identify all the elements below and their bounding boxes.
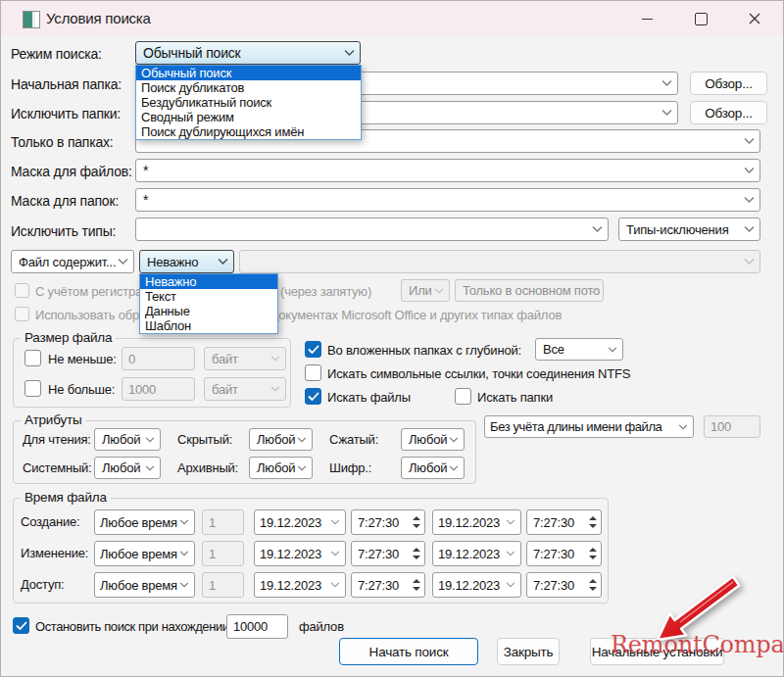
accessed-time-to-spinner[interactable]: 7:27:30 [526,572,602,598]
dropdown-item[interactable]: Поиск дубликатов [136,80,361,95]
not-more-value-field[interactable]: 1000 [122,377,195,401]
close-button[interactable] [732,1,776,36]
subfolders-depth-checkbox[interactable] [305,341,321,358]
not-less-checkbox[interactable] [24,350,41,366]
created-time-from-spinner[interactable]: 7:27:30 [351,509,425,535]
only-folders-label: Только в папках: [11,134,114,150]
maximize-icon [695,13,708,25]
file-contains-combobox[interactable]: Файл содержит... [11,250,134,273]
up-down-spinner-icon[interactable] [587,573,598,597]
exclude-types-label: Исключить типы: [11,223,116,239]
close-dialog-button[interactable]: Закрыть [497,638,560,665]
mode-combobox[interactable]: Обычный поиск [135,41,361,65]
chevron-down-icon [449,465,459,471]
up-down-spinner-icon[interactable] [411,510,421,534]
maximize-button[interactable] [679,1,723,36]
attr-cipher-label: Шифр.: [329,460,371,475]
created-time-to-spinner[interactable]: 7:27:30 [526,509,602,535]
not-less-unit-combobox[interactable]: байт [204,347,286,370]
content-mode-combobox[interactable]: Неважно [139,250,234,273]
created-count-field[interactable]: 1 [202,509,244,535]
created-date-to-combobox[interactable]: 19.12.2023 [432,509,521,535]
chevron-down-icon [330,519,340,525]
dropdown-item[interactable]: Данные [140,304,277,318]
attr-archive-combobox[interactable]: Любой [249,457,313,479]
dropdown-item[interactable]: Бездубликатный поиск [136,95,361,110]
dropdown-item[interactable]: Сводный режим [136,110,361,124]
exclude-types-combobox[interactable] [135,218,609,241]
dropdown-item[interactable]: Текст [140,289,277,304]
chevron-down-icon [330,582,340,588]
stop-count-field[interactable]: 10000 [226,614,288,639]
modified-time-from-spinner[interactable]: 7:27:30 [351,541,425,566]
search-text-combobox[interactable] [239,250,760,273]
dropdown-item[interactable]: Неважно [140,274,277,289]
not-more-unit-combobox[interactable]: байт [204,377,286,401]
up-down-spinner-icon[interactable] [587,542,598,565]
attr-system-combobox[interactable]: Любой [94,457,161,479]
not-more-checkbox[interactable] [24,380,41,397]
search-folders-label: Искать папки [477,390,553,405]
dropdown-item[interactable]: Шаблон [140,318,277,333]
chevron-down-icon [297,437,307,443]
file-mask-combobox[interactable]: * [135,159,760,182]
browse-start-folder-button[interactable]: Обзор... [690,72,767,95]
case-sensitive-checkbox[interactable] [15,283,29,298]
mode-label: Режим поиска: [11,46,102,62]
type-exclusions-combobox[interactable]: Типы-исключения [618,218,760,241]
chevron-down-icon [179,582,189,588]
modified-date-to-combobox[interactable]: 19.12.2023 [432,541,521,566]
created-mode-combobox[interactable]: Любое время [94,509,195,535]
accessed-date-to-combobox[interactable]: 19.12.2023 [432,572,521,598]
modified-mode-combobox[interactable]: Любое время [94,541,195,566]
start-folder-label: Начальная папка: [11,76,122,92]
chevron-down-icon [218,259,228,266]
chevron-down-icon [434,288,444,294]
not-more-label: Не больше: [48,382,115,397]
chevron-down-icon [270,386,280,392]
browse-exclude-folders-button[interactable]: Обзор... [690,101,767,124]
created-date-from-combobox[interactable]: 19.12.2023 [254,509,346,535]
files-word-label: файлов [299,619,344,634]
search-folders-checkbox[interactable] [455,388,471,405]
dropdown-item[interactable]: Поиск дублирующихся имён [136,124,361,139]
office-handlers-checkbox[interactable] [15,307,29,321]
comma-hint-label: (через запятую) [280,284,371,299]
stream-combobox[interactable]: Только в основном пото [455,279,604,302]
accessed-time-from-spinner[interactable]: 7:27:30 [351,572,425,598]
file-mask-label: Маска для файлов: [11,164,132,179]
file-size-group-title: Размер файла [21,330,116,345]
up-down-spinner-icon[interactable] [587,510,598,534]
attr-compressed-combobox[interactable]: Любой [401,428,465,451]
modified-date-from-combobox[interactable]: 19.12.2023 [254,541,346,566]
chevron-down-icon [145,465,155,471]
dropdown-item[interactable]: Обычный поиск [136,66,361,80]
attr-cipher-combobox[interactable]: Любой [401,457,465,479]
or-combobox[interactable]: Или [401,279,450,302]
accessed-count-field[interactable]: 1 [202,572,244,598]
minimize-button[interactable] [625,1,669,36]
attr-hidden-label: Скрытый: [177,432,232,447]
attr-read-combobox[interactable]: Любой [94,428,161,451]
titlebar: Условия поиска [1,1,783,36]
modified-count-field[interactable]: 1 [202,541,244,566]
folder-mask-combobox[interactable]: * [135,188,760,212]
chevron-down-icon [449,437,459,443]
stop-search-checkbox[interactable] [13,617,29,634]
chevron-down-icon [179,551,189,556]
up-down-spinner-icon[interactable] [411,542,421,565]
start-search-button[interactable]: Начать поиск [339,638,478,665]
chevron-down-icon [297,465,307,471]
not-less-value-field[interactable]: 0 [122,347,195,370]
symlinks-checkbox[interactable] [305,364,321,381]
up-down-spinner-icon[interactable] [411,573,421,597]
attr-hidden-combobox[interactable]: Любой [249,428,313,451]
search-files-checkbox[interactable] [305,388,321,405]
accessed-date-from-combobox[interactable]: 19.12.2023 [254,572,346,598]
name-length-number-field[interactable]: 100 [704,415,760,438]
depth-combobox[interactable]: Все [535,338,623,361]
accessed-mode-combobox[interactable]: Любое время [94,572,195,598]
modified-time-to-spinner[interactable]: 7:27:30 [526,541,602,566]
chevron-down-icon [506,519,515,525]
name-length-combobox[interactable]: Без учёта длины имени файла [484,415,694,438]
